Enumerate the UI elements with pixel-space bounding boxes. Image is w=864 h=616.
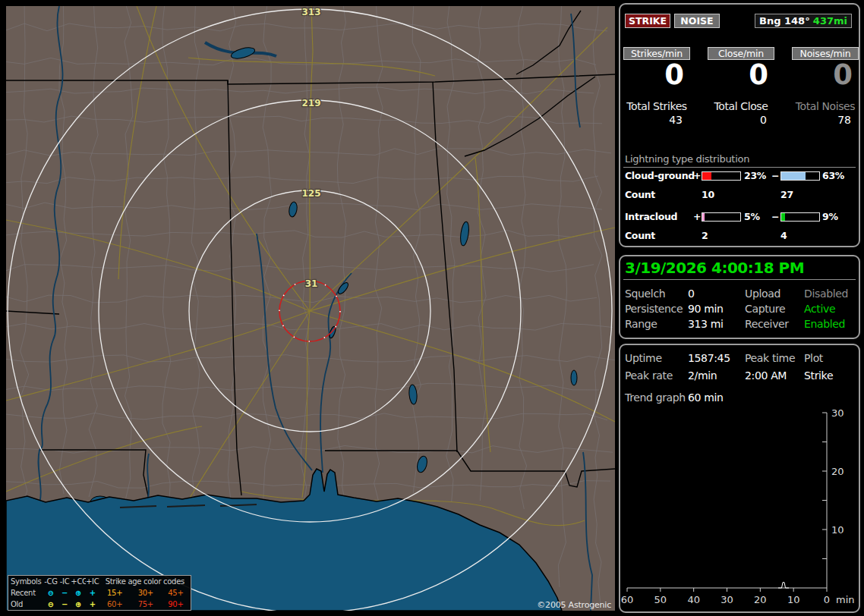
strike-age-code: 60+	[99, 599, 131, 610]
divider	[623, 167, 856, 168]
map-legend: Symbols-CG-IC+CG+ICStrike age color code…	[8, 575, 191, 611]
cg-negative-pct: 63%	[822, 171, 844, 181]
receiver-label: Receiver	[745, 317, 789, 331]
bar-fill	[781, 172, 806, 180]
app-window: 313 219 125 31 Symbols-CG-IC+CG+ICStrike…	[0, 0, 864, 616]
bearing-distance: 437mi	[813, 14, 847, 27]
strikes-counter: Strikes/min 0 Total Strikes 43	[623, 47, 690, 129]
upload-label: Upload	[745, 287, 780, 300]
x-axis-unit: min	[836, 594, 855, 605]
upload-value: Disabled	[804, 287, 848, 300]
ic-negative-bar	[780, 212, 820, 222]
trend-graph-row: Trend graph 60 min	[620, 391, 859, 406]
plot-label: Plot	[804, 351, 823, 365]
strike-symbol-icon: ⊕	[71, 587, 86, 599]
peak-time-value: 2:00 AM	[745, 369, 787, 382]
ic-positive-pct: 5%	[744, 212, 760, 222]
legend-row-label: Recent	[8, 587, 43, 599]
minus-sign: −	[771, 212, 779, 222]
capture-label: Capture	[745, 302, 785, 316]
strike-indicator-button[interactable]: STRIKE	[625, 14, 670, 28]
range-ring-label-31: 31	[305, 278, 318, 289]
range-ring-label-125: 125	[301, 188, 320, 199]
cg-positive-pct: 23%	[744, 171, 766, 181]
ic-negative-pct: 9%	[822, 212, 838, 222]
receiver-value: Enabled	[804, 317, 845, 331]
intracloud-label: Intracloud	[625, 212, 677, 222]
trend-info-row: Uptime 1587:45 Peak time Plot	[620, 351, 859, 366]
squelch-label: Squelch	[625, 287, 665, 300]
strike-symbol-icon: −	[58, 587, 71, 599]
strike-symbol-icon: +	[86, 599, 99, 610]
persistence-value: 90 min	[688, 302, 724, 316]
x-tick-label: 50	[654, 594, 667, 605]
noise-indicator-button[interactable]: NOISE	[674, 14, 720, 28]
lightning-map[interactable]: 313 219 125 31 Symbols-CG-IC+CG+ICStrike…	[6, 6, 615, 611]
total-noises-label: Total Noises	[792, 100, 859, 112]
intracloud-row: Intracloud + 5% − 9%	[620, 212, 859, 224]
cloud-ground-row: Cloud-ground + 23% − 63%	[620, 171, 859, 183]
bar-fill	[781, 213, 785, 221]
close-per-min-value: 0	[708, 59, 768, 91]
x-tick-label: 40	[687, 594, 700, 605]
ic-negative-count: 4	[780, 231, 787, 241]
cg-positive-count: 10	[702, 190, 714, 200]
persistence-label: Persistence	[625, 302, 683, 316]
legend-age-header: Strike age color codes	[99, 576, 191, 587]
range-ring-label-313: 313	[301, 7, 320, 17]
status-panel: 3/19/2026 4:00:18 PM Squelch 0 Upload Di…	[619, 255, 860, 339]
capture-value: Active	[804, 302, 835, 316]
peak-rate-value: 2/min	[688, 369, 717, 382]
strike-age-code: 15+	[99, 587, 131, 599]
peak-time-label: Peak time	[745, 351, 795, 365]
x-tick-label: 20	[754, 594, 767, 605]
y-tick-label: 20	[831, 466, 844, 477]
strike-age-code: 90+	[161, 599, 191, 610]
ic-positive-bar	[702, 212, 741, 222]
total-close-label: Total Close	[708, 100, 774, 112]
x-tick-label: 0	[824, 594, 830, 605]
range-ring-label-219: 219	[301, 98, 320, 108]
copyright-text: ©2005 Astrogenic Systems	[503, 600, 611, 611]
cg-negative-count: 27	[780, 190, 793, 200]
bar-fill	[702, 213, 705, 221]
strike-trend-peak	[778, 583, 789, 588]
uptime-value: 1587:45	[688, 351, 730, 365]
cloud-ground-count-row: Count 10 27	[620, 190, 859, 202]
strike-symbol-icon: ⊖	[43, 587, 58, 599]
distribution-title: Lightning type distribution	[625, 153, 749, 165]
plus-sign: +	[693, 171, 701, 181]
total-strikes-label: Total Strikes	[623, 100, 690, 112]
legend-row-label: Old	[8, 599, 43, 610]
status-row: Persistence 90 min Capture Active	[620, 302, 859, 317]
trend-graph: 1020306050403020100min	[620, 409, 860, 612]
close-counter: Close/min 0 Total Close 0	[708, 47, 774, 129]
x-tick-label: 10	[787, 594, 800, 605]
trend-info-row: Peak rate 2/min 2:00 AM Strike	[620, 369, 859, 384]
map-canvas: 313 219 125 31	[6, 6, 615, 611]
total-strikes-value: 43	[623, 114, 683, 126]
strike-symbol-icon: −	[58, 599, 71, 610]
intracloud-count-row: Count 2 4	[620, 231, 859, 243]
peak-rate-label: Peak rate	[625, 369, 673, 382]
total-close-value: 0	[708, 114, 767, 126]
x-tick-label: 60	[621, 594, 634, 605]
total-noises-value: 78	[792, 114, 851, 126]
minus-sign: −	[771, 171, 779, 181]
range-label: Range	[625, 317, 657, 331]
noises-counter: Noises/min 0 Total Noises 78	[792, 47, 859, 129]
status-row: Range 313 mi Receiver Enabled	[620, 317, 859, 332]
uptime-label: Uptime	[625, 351, 662, 365]
bar-fill	[702, 172, 711, 180]
status-row: Squelch 0 Upload Disabled	[620, 287, 859, 302]
trend-graph-label: Trend graph	[625, 391, 686, 404]
datetime-display: 3/19/2026 4:00:18 PM	[625, 259, 804, 277]
cg-negative-bar	[780, 171, 820, 181]
plot-value: Strike	[804, 369, 833, 382]
divider	[623, 279, 856, 280]
legend-row-recent: Recent⊖−⊕+15+30+45+	[8, 587, 191, 599]
cg-positive-bar	[702, 171, 741, 181]
bearing-display: Bng 148° 437mi	[755, 14, 852, 28]
cloud-ground-label: Cloud-ground	[625, 171, 695, 181]
trend-panel: Uptime 1587:45 Peak time Plot Peak rate …	[619, 344, 860, 613]
